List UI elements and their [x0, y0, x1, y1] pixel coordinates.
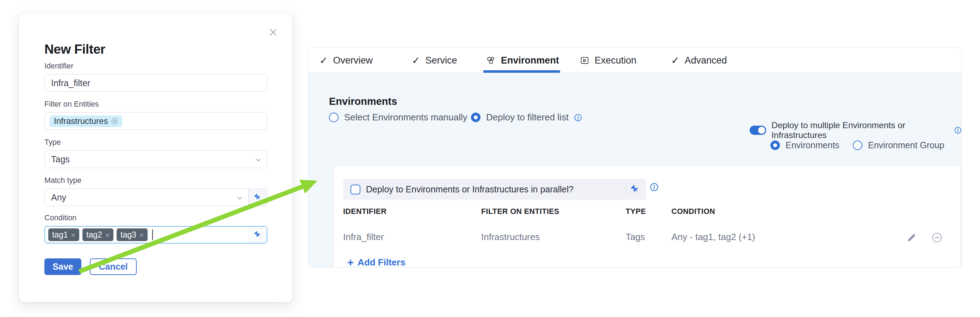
tab-label: Environment	[501, 55, 559, 66]
chevron-down-icon	[236, 194, 243, 204]
remove-tag-icon[interactable]: ×	[140, 231, 144, 239]
identifier-label: Identifier	[45, 62, 267, 70]
pin-icon	[254, 231, 262, 239]
pencil-icon	[906, 232, 917, 243]
close-icon[interactable]	[268, 27, 278, 37]
tag-label: tag1	[52, 230, 68, 240]
tab-advanced[interactable]: ✓ Advanced	[671, 48, 727, 73]
deploy-multiple-toggle[interactable]	[749, 126, 766, 135]
type-select[interactable]: Tags	[45, 150, 267, 168]
type-label: Type	[45, 138, 267, 147]
radio-label: Select Environments manually	[344, 112, 468, 123]
active-tab-underline	[483, 70, 560, 73]
environment-icon	[486, 56, 496, 65]
condition-label: Condition	[45, 214, 267, 223]
identifier-input[interactable]: Infra_filter	[45, 74, 267, 92]
tag-label: tag3	[121, 230, 136, 240]
pin-icon	[630, 184, 641, 195]
cancel-button[interactable]: Cancel	[90, 258, 137, 275]
match-type-label: Match type	[45, 176, 267, 185]
tab-label: Advanced	[684, 55, 727, 66]
remove-tag-icon[interactable]: ×	[105, 231, 110, 239]
condition-input[interactable]: tag1 × tag2 × tag3 ×	[45, 226, 267, 243]
modal-actions: Save Cancel	[45, 258, 137, 275]
type-value: Tags	[51, 154, 70, 165]
new-filter-modal: New Filter Identifier Infra_filter Filte…	[19, 13, 293, 302]
tab-execution[interactable]: Execution	[580, 48, 636, 73]
text-cursor	[152, 229, 153, 240]
radio-environments[interactable]: Environments	[770, 140, 840, 150]
save-button[interactable]: Save	[45, 258, 81, 275]
remove-tag-icon[interactable]: ×	[71, 231, 75, 239]
filters-card: Deploy to Environments or Infrastructure…	[333, 166, 961, 267]
radio-deploy-to-filtered-list[interactable]: Deploy to filtered list	[471, 112, 582, 123]
chevron-down-icon	[255, 156, 262, 166]
tab-overview[interactable]: ✓ Overview	[320, 48, 373, 73]
check-icon: ✓	[671, 55, 679, 66]
header-condition: CONDITION	[671, 207, 715, 216]
row-identifier: Infra_filter	[343, 232, 384, 243]
match-type-pin-button[interactable]	[249, 189, 267, 206]
pin-icon	[254, 193, 262, 202]
radio-icon[interactable]	[853, 141, 862, 150]
minus-circle-icon	[932, 232, 942, 243]
match-type-select[interactable]: Any	[45, 189, 249, 206]
remove-entity-icon[interactable]	[111, 118, 118, 125]
radio-label: Deploy to filtered list	[486, 112, 568, 123]
remove-filter-button[interactable]	[932, 232, 942, 243]
radio-label: Environments	[786, 140, 840, 150]
info-icon[interactable]	[574, 114, 582, 122]
check-icon: ✓	[320, 55, 328, 66]
parallel-label: Deploy to Environments or Infrastructure…	[366, 184, 573, 195]
condition-tag-chip[interactable]: tag3 ×	[116, 228, 148, 241]
stage-tabs: ✓ Overview ✓ Service Environment Executi…	[308, 48, 961, 73]
radio-environment-group[interactable]: Environment Group	[853, 140, 944, 150]
filter-on-entities-field: Filter on Entities Infrastructures	[45, 100, 267, 130]
edit-filter-button[interactable]	[906, 232, 917, 243]
condition-tag-chip[interactable]: tag1 ×	[48, 228, 79, 241]
parallel-pin-button[interactable]	[630, 184, 641, 195]
match-type-field: Match type Any	[45, 176, 267, 206]
row-filter-on-entities: Infrastructures	[481, 232, 540, 243]
parallel-checkbox-bar: Deploy to Environments or Infrastructure…	[343, 179, 646, 200]
info-icon[interactable]	[954, 126, 961, 134]
identifier-value: Infra_filter	[51, 78, 90, 88]
toggle-label: Deploy to multiple Environments or Infra…	[772, 120, 949, 140]
filter-on-entities-label: Filter on Entities	[45, 100, 267, 109]
condition-pin-button[interactable]	[249, 227, 267, 243]
tab-label: Overview	[333, 55, 373, 66]
type-field: Type Tags	[45, 138, 267, 168]
info-icon	[650, 183, 659, 191]
radio-icon[interactable]	[770, 141, 780, 150]
add-filters-label: Add Filters	[358, 257, 406, 267]
add-filters-button[interactable]: + Add Filters	[347, 257, 406, 267]
execution-icon	[580, 56, 589, 65]
entities-chip-label: Infrastructures	[54, 116, 108, 126]
environments-heading: Environments	[329, 96, 397, 107]
parallel-checkbox[interactable]	[350, 185, 360, 195]
deploy-multiple-toggle-row: Deploy to multiple Environments or Infra…	[749, 120, 961, 140]
condition-tag-chip[interactable]: tag2 ×	[83, 228, 113, 241]
radio-icon[interactable]	[329, 113, 339, 122]
row-condition: Any - tag1, tag2 (+1)	[671, 232, 755, 243]
environment-tab-content: Environments Select Environments manuall…	[308, 73, 961, 267]
tag-label: tag2	[86, 230, 102, 240]
entities-chip[interactable]: Infrastructures	[50, 115, 122, 127]
filter-on-entities-input[interactable]: Infrastructures	[45, 112, 267, 130]
page: { "colors": { "accent_blue": "#2f6fd4", …	[0, 0, 980, 317]
condition-field: Condition tag1 × tag2 × tag3 ×	[45, 214, 267, 243]
radio-icon[interactable]	[471, 113, 480, 122]
filters-table-header: IDENTIFIER FILTER ON ENTITIES TYPE CONDI…	[334, 207, 960, 217]
radio-label: Environment Group	[868, 140, 944, 150]
radio-select-environments-manually[interactable]: Select Environments manually	[329, 112, 468, 123]
tab-label: Service	[425, 55, 457, 66]
table-row: Infra_filter Infrastructures Tags Any - …	[334, 232, 960, 246]
header-type: TYPE	[625, 207, 646, 216]
tab-service[interactable]: ✓ Service	[412, 48, 457, 73]
header-identifier: IDENTIFIER	[343, 207, 387, 216]
toggle-knob	[758, 127, 765, 134]
tab-environment[interactable]: Environment	[486, 48, 559, 73]
modal-title: New Filter	[45, 42, 105, 57]
parallel-info-button[interactable]	[650, 183, 659, 191]
match-type-value: Any	[51, 192, 66, 203]
